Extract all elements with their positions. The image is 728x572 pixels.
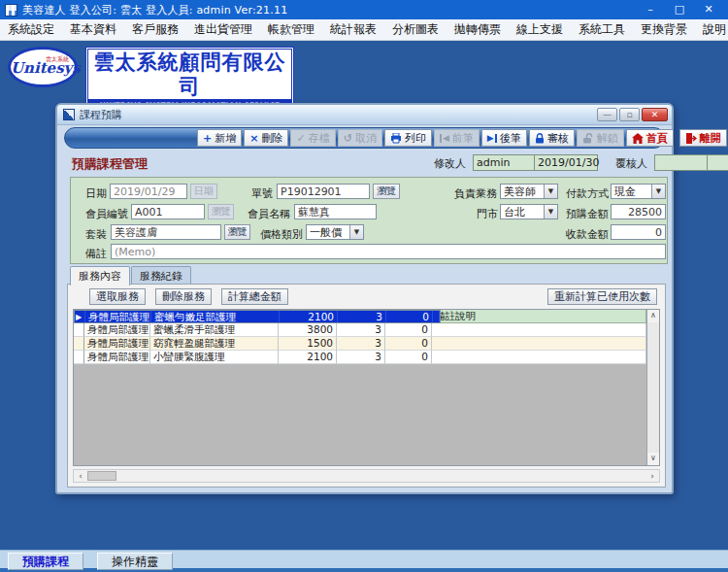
toolbar: + 新增 × 刪除 ✓ 存檔 ↺ 取消 — [64, 127, 665, 149]
chevron-down-icon[interactable]: ▼ — [544, 205, 557, 219]
application-window: 美容達人 登入公司: 雲太 登入人員: admin Ver:21.11 – □ … — [0, 0, 728, 572]
price-type-select[interactable]: 一般價 ▼ — [306, 224, 364, 240]
menu-help[interactable]: 說明 — [695, 19, 728, 40]
next-record-button[interactable]: ▶ 後筆 — [481, 129, 527, 147]
print-button[interactable]: 列印 — [384, 129, 432, 147]
store-select[interactable]: 台北 ▼ — [500, 204, 558, 219]
select-service-button[interactable]: 選取服務 — [89, 288, 146, 305]
logo-script-text: Unitesys — [11, 59, 75, 77]
table-row[interactable]: 身體局部護理 小蠻腰緊腹護理 2100 3 0 — [74, 351, 646, 364]
menu-vouchers[interactable]: 拋轉傳票 — [447, 19, 509, 40]
minimize-button[interactable]: – — [636, 0, 665, 19]
save-button: ✓ 存檔 — [290, 129, 335, 147]
company-name-zh: 雲太系統顧問有限公司 — [88, 50, 291, 99]
window-title: 美容達人 登入公司: 雲太 登入人員: admin Ver:21.11 — [22, 3, 287, 17]
delete-service-button[interactable]: 刪除服務 — [155, 288, 212, 305]
package-input[interactable]: 美容護膚 — [111, 224, 221, 240]
child-titlebar[interactable]: 課程預購 — ▫ ✕ — [57, 105, 672, 125]
menu-basic-data[interactable]: 基本資料 — [62, 19, 124, 40]
prepaid-amount-input[interactable]: 28500 — [611, 204, 666, 219]
close-button[interactable]: ✕ — [694, 0, 723, 19]
taskbar: 預購課程 操作精靈 — [0, 550, 728, 572]
date-input[interactable]: 2019/01/29 — [110, 184, 187, 199]
menu-change-background[interactable]: 更換背景 — [633, 19, 695, 40]
date-label: 日期 — [85, 186, 107, 201]
main-titlebar: 美容達人 登入公司: 雲太 登入人員: admin Ver:21.11 – □ … — [0, 0, 728, 19]
calc-total-button[interactable]: 計算總金額 — [221, 288, 288, 305]
selected-row-marker-icon: ▶ — [75, 311, 85, 322]
member-name-label: 會員名稱 — [248, 207, 290, 221]
menu-charts[interactable]: 分析圖表 — [384, 19, 447, 40]
package-browse-button[interactable]: 瀏覽 — [224, 224, 250, 240]
member-browse-button: 瀏覽 — [208, 204, 234, 219]
menu-online-support[interactable]: 線上支援 — [509, 19, 571, 40]
table-row[interactable]: ▶ 身體局部護理 蜜蠟勻嫩足部護理 2100 3 0 — [74, 310, 441, 323]
memo-input[interactable]: (Memo) — [111, 244, 666, 259]
member-id-input[interactable]: A001 — [131, 204, 205, 219]
scroll-down-icon[interactable]: ∨ — [647, 453, 659, 465]
desktop-background: 雲太系統 Unitesys 雲太系統顧問有限公司 UNITESYS SYSTEM… — [0, 41, 728, 550]
tab-service-record[interactable]: 服務紀錄 — [131, 266, 191, 285]
menu-inventory[interactable]: 進出貨管理 — [186, 19, 260, 40]
scrollbar-thumb[interactable] — [87, 471, 116, 481]
maximize-button[interactable]: □ — [665, 0, 694, 19]
printer-icon — [390, 133, 402, 144]
previous-icon: ◀ — [440, 134, 449, 143]
form-title: 預購課程管理 — [72, 155, 148, 173]
order-no-label: 單號 — [251, 186, 273, 201]
chevron-down-icon[interactable]: ▼ — [544, 185, 557, 198]
chevron-down-icon[interactable]: ▼ — [651, 185, 665, 198]
toolbar-row: + 新增 × 刪除 ✓ 存檔 ↺ 取消 — [57, 125, 672, 151]
exit-button[interactable]: 離開 — [679, 129, 727, 147]
taskbar-tab-wizard[interactable]: 操作精靈 — [97, 553, 173, 570]
lock-icon — [535, 133, 545, 144]
child-maximize-button[interactable]: ▫ — [619, 108, 640, 121]
scroll-left-icon[interactable]: ‹ — [74, 470, 87, 482]
child-minimize-button[interactable]: — — [597, 108, 617, 121]
menu-system-tools[interactable]: 系統工具 — [571, 19, 633, 40]
recalc-used-button[interactable]: 重新計算已使用次數 — [547, 288, 657, 305]
next-icon: ▶ — [487, 134, 497, 143]
service-grid: 服務類別 服務項目 金額 享有次數 已用次數 備註說明 ▶ 身體局部護理 蜜蠟勻… — [73, 309, 660, 466]
child-window-title: 課程預購 — [80, 108, 122, 122]
delete-button[interactable]: × 刪除 — [244, 129, 288, 147]
child-window-icon — [63, 109, 75, 120]
table-row[interactable]: 身體局部護理 蜜蠟柔滑手部護理 3800 3 0 — [74, 323, 646, 337]
order-browse-button[interactable]: 瀏覽 — [373, 184, 400, 199]
child-close-button[interactable]: ✕ — [642, 108, 668, 121]
approve-button[interactable]: 審核 — [529, 129, 575, 147]
home-button[interactable]: 首頁 — [626, 129, 674, 147]
modifier-user-field: admin — [473, 154, 535, 171]
menu-system-settings[interactable]: 系統設定 — [0, 19, 62, 40]
col-note[interactable]: 備註說明 — [432, 310, 646, 323]
horizontal-scrollbar[interactable]: ‹ › — [73, 469, 660, 483]
taskbar-tab-prepurchase[interactable]: 預購課程 — [8, 553, 83, 570]
tab-service-content[interactable]: 服務內容 — [70, 266, 130, 286]
memo-label: 備註 — [85, 247, 107, 261]
add-button[interactable]: + 新增 — [197, 129, 242, 147]
prepaid-amount-label: 預購金額 — [566, 207, 609, 221]
menu-accounting[interactable]: 帳款管理 — [260, 19, 322, 40]
detail-tabs: 服務內容 服務紀錄 — [70, 266, 192, 285]
package-label: 套裝 — [85, 227, 107, 242]
member-name-input[interactable]: 蘇慧真 — [294, 204, 377, 219]
form-panel: 日期 2019/01/29 日期 單號 P19012901 瀏覽 負責業務 美容… — [70, 177, 668, 264]
chevron-down-icon[interactable]: ▼ — [349, 225, 363, 239]
unlock-icon — [582, 133, 594, 144]
home-icon — [632, 133, 644, 144]
menu-customer-service[interactable]: 客戶服務 — [124, 19, 186, 40]
sales-select[interactable]: 美容師 ▼ — [500, 184, 558, 199]
menubar: 系統設定 基本資料 客戶服務 進出貨管理 帳款管理 統計報表 分析圖表 拋轉傳票… — [0, 19, 728, 41]
table-row[interactable]: 身體局部護理 窈窕輕盈腿部護理 1500 3 0 — [74, 337, 646, 351]
service-content-panel: 選取服務 刪除服務 計算總金額 重新計算已使用次數 服務類別 服務項目 金額 享… — [67, 284, 666, 488]
payment-select[interactable]: 現金 ▼ — [611, 184, 666, 199]
vertical-scrollbar[interactable]: ∧ ∨ — [646, 310, 659, 465]
scroll-up-icon[interactable]: ∧ — [647, 310, 659, 322]
unlock-button: 解鎖 — [577, 129, 624, 147]
menu-reports[interactable]: 統計報表 — [322, 19, 384, 40]
undo-icon: ↺ — [344, 133, 352, 144]
order-no-input[interactable]: P19012901 — [277, 184, 370, 199]
scroll-right-icon[interactable]: › — [645, 470, 659, 482]
course-prepurchase-window: 課程預購 — ▫ ✕ + 新增 × — [55, 103, 674, 494]
received-amount-input[interactable]: 0 — [611, 224, 666, 240]
